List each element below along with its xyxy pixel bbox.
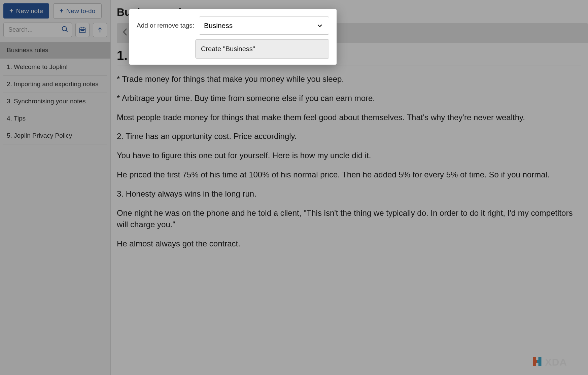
tag-dropdown: Create "Business"	[195, 39, 329, 59]
tag-modal-label: Add or remove tags:	[137, 22, 194, 29]
tag-modal: Add or remove tags: Create "Business"	[129, 9, 337, 65]
chevron-down-icon[interactable]	[310, 17, 329, 34]
tag-create-option[interactable]: Create "Business"	[196, 40, 329, 58]
tag-select	[199, 16, 329, 35]
tag-input[interactable]	[199, 17, 310, 34]
tag-modal-row: Add or remove tags:	[137, 16, 329, 35]
